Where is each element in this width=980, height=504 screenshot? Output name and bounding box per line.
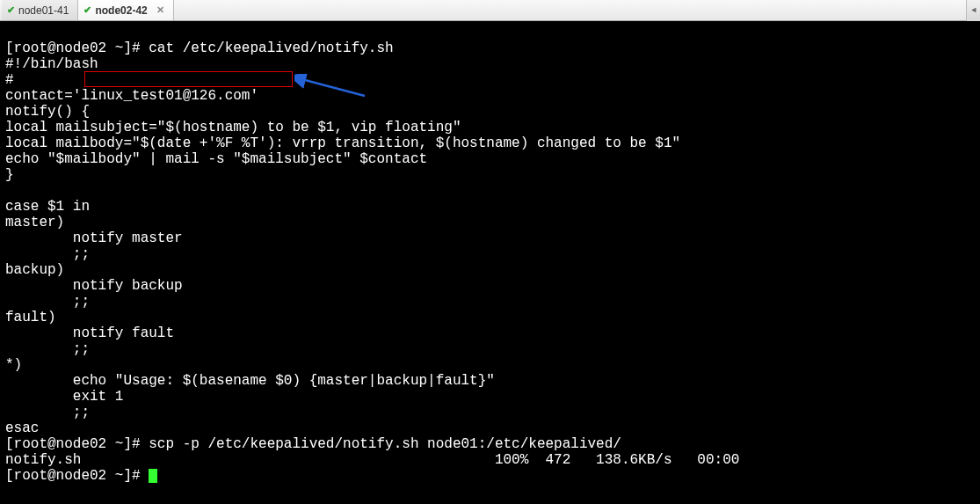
term-line: case $1 in: [5, 199, 90, 215]
prompt: [root@node02 ~]#: [5, 468, 149, 484]
cursor: [149, 469, 157, 483]
term-line: ;;: [5, 341, 90, 357]
term-line: *): [5, 357, 22, 373]
tab-node02-42[interactable]: ✔ node02-42 ✕: [78, 0, 173, 20]
term-line: [root@node02 ~]# cat /etc/keepalived/not…: [5, 40, 394, 56]
term-line: ;;: [5, 246, 90, 262]
terminal[interactable]: [root@node02 ~]# cat /etc/keepalived/not…: [0, 21, 980, 504]
term-line: notify fault: [5, 325, 174, 341]
check-icon: ✔: [83, 4, 91, 16]
chevron-left-icon: ◄: [967, 0, 980, 21]
tab-node01-41[interactable]: ✔ node01-41: [2, 0, 78, 20]
term-line: esac: [5, 420, 39, 436]
term-line: notify.sh 100% 472 138.6KB/s 00:00: [5, 452, 739, 468]
term-line: }: [5, 167, 14, 183]
term-line: [root@node02 ~]#: [5, 468, 157, 484]
term-line: local mailbody="$(date +'%F %T'): vrrp t…: [5, 135, 680, 151]
close-icon[interactable]: ✕: [156, 4, 164, 16]
term-line: #!/bin/bash: [5, 56, 98, 72]
tab-label: node02-42: [95, 4, 147, 17]
term-line: #: [5, 72, 14, 88]
svg-line-1: [301, 79, 365, 96]
term-line: echo "$mailbody" | mail -s "$mailsubject…: [5, 151, 427, 167]
tab-bar: ✔ node01-41 ✔ node02-42 ✕ ◄: [0, 0, 980, 21]
term-line: notify master: [5, 230, 183, 246]
term-line: notify() {: [5, 104, 90, 120]
highlight-box: [84, 71, 293, 87]
term-line: fault): [5, 310, 56, 325]
check-icon: ✔: [7, 4, 15, 16]
term-line: local mailsubject="$(hostname) to be $1,…: [5, 120, 461, 135]
term-line: ;;: [5, 294, 90, 310]
term-line: echo "Usage: $(basename $0) {master|back…: [5, 373, 495, 389]
term-line: notify backup: [5, 278, 183, 294]
term-line: master): [5, 215, 64, 230]
arrow-icon: [294, 74, 374, 100]
term-line: ;;: [5, 405, 90, 420]
highlighted-email: linux_test01@126.com: [81, 88, 250, 104]
term-line: contact='linux_test01@126.com': [5, 88, 258, 104]
term-text: contact=': [5, 88, 81, 104]
tab-scroll[interactable]: ◄: [966, 0, 980, 21]
tab-label: node01-41: [18, 4, 69, 17]
term-line: exit 1: [5, 389, 123, 405]
term-line: [root@node02 ~]# scp -p /etc/keepalived/…: [5, 436, 621, 452]
term-line: backup): [5, 262, 64, 278]
term-text: ': [250, 88, 258, 104]
